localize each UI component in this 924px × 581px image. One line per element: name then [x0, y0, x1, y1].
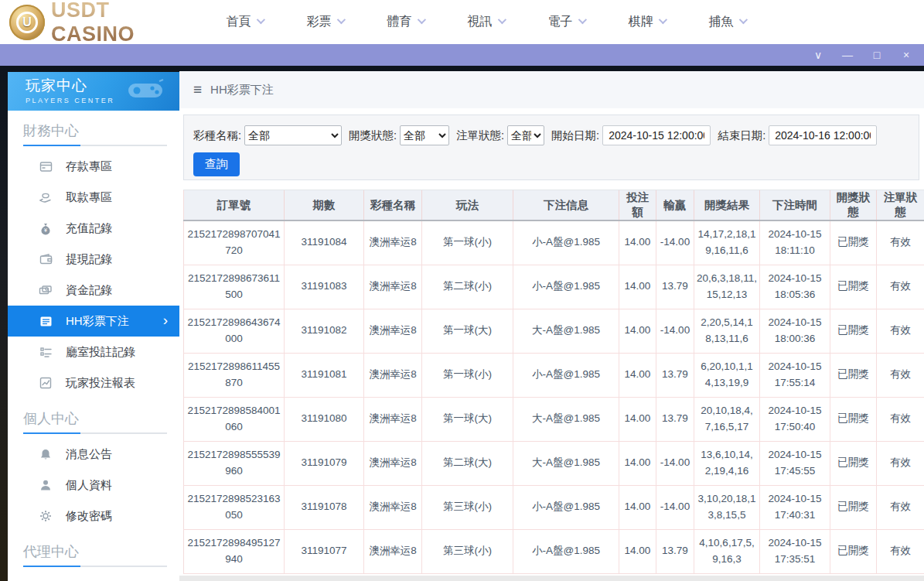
- cell-draw-status: 已開獎: [830, 353, 877, 397]
- cell-lottery-name: 澳洲幸运8: [364, 220, 422, 265]
- cell-period: 31191083: [285, 265, 364, 309]
- chevron-down-icon: [256, 15, 264, 24]
- start-date-input[interactable]: [602, 125, 711, 145]
- cell-play-type: 第一球(小): [422, 220, 513, 265]
- cell-period: 31191078: [285, 485, 364, 529]
- nav-item-1[interactable]: 彩票: [285, 14, 365, 30]
- sidebar-item-label: 個人資料: [66, 478, 112, 493]
- sidebar-item-label: 資金記錄: [66, 283, 112, 298]
- nav-item-6[interactable]: 捕魚: [687, 14, 767, 30]
- sidebar-item-agent-level[interactable]: 代理級別說明: [8, 572, 179, 581]
- cell-order-no: 2152172898495127940: [184, 529, 285, 573]
- maximize-icon[interactable]: □: [871, 50, 882, 60]
- nav-item-0[interactable]: 首頁: [204, 14, 285, 30]
- nav-item-2[interactable]: 體育: [365, 14, 445, 30]
- column-header-1: 期數: [285, 190, 364, 221]
- cell-bet-amount: 14.00: [619, 485, 656, 529]
- nav-item-4[interactable]: 電子: [526, 14, 606, 30]
- cell-lottery-name: 澳洲幸运8: [364, 353, 422, 397]
- query-button[interactable]: 查詢: [193, 152, 240, 176]
- sidebar-item-profile[interactable]: 個人資料: [8, 470, 179, 501]
- horizontal-scrollbar[interactable]: [179, 576, 924, 581]
- cell-play-type: 第三球(小): [422, 485, 513, 529]
- minimize-icon[interactable]: —: [842, 50, 853, 60]
- cell-period: 31191081: [285, 353, 364, 397]
- cell-bet-info: 大-A盤@1.985: [513, 397, 619, 441]
- cell-bet-amount: 14.00: [619, 529, 656, 573]
- cell-draw-status: 已開獎: [830, 397, 877, 441]
- cell-win-loss: 13.79: [656, 529, 694, 573]
- cell-draw-status: 已開獎: [830, 220, 877, 265]
- cell-order-status: 有效: [877, 485, 924, 529]
- sidebar-item-funds-record[interactable]: 資金記錄: [8, 275, 179, 306]
- close-icon[interactable]: ×: [901, 50, 912, 60]
- lottery-name-select[interactable]: 全部: [244, 125, 342, 145]
- cell-bet-time: 2024-10-15 17:55:14: [760, 353, 830, 397]
- chevron-down-icon: [738, 15, 747, 24]
- top-nav: 首頁彩票體育視訊電子棋牌捕魚: [204, 14, 767, 30]
- cell-lottery-name: 澳洲幸运8: [364, 529, 422, 573]
- cell-win-loss: 13.79: [656, 265, 694, 309]
- column-header-3: 玩法: [422, 190, 513, 221]
- sidebar-item-deposit[interactable]: 存款專區: [8, 151, 179, 182]
- nav-item-label: 體育: [387, 14, 412, 30]
- sidebar-item-lottery-bet[interactable]: HH彩票下注›: [8, 306, 179, 337]
- cell-bet-amount: 14.00: [619, 220, 656, 265]
- order-status-select[interactable]: 全部: [507, 125, 544, 145]
- cell-bet-time: 2024-10-15 18:05:36: [760, 265, 830, 309]
- sidebar-item-password[interactable]: 修改密碼: [8, 501, 179, 531]
- casino-logo-icon: U: [9, 5, 45, 40]
- brand-logo[interactable]: U USDT CASINO: [0, 0, 186, 46]
- cell-bet-time: 2024-10-15 17:50:40: [760, 397, 830, 441]
- cell-bet-amount: 14.00: [619, 441, 656, 485]
- withdrawal-record-icon: [39, 252, 53, 266]
- cell-period: 31191084: [285, 220, 364, 265]
- sidebar-item-room-bet-record[interactable]: 廳室投註記錄: [8, 337, 179, 367]
- bets-table-wrap: 訂單號期數彩種名稱玩法下注信息投注額輸贏開獎結果下注時間開獎狀態注單狀態 215…: [183, 190, 924, 574]
- end-date-input[interactable]: [769, 125, 877, 145]
- cell-lottery-name: 澳洲幸运8: [364, 309, 422, 353]
- cell-bet-time: 2024-10-15 18:11:10: [760, 220, 830, 265]
- section-underline: [23, 566, 167, 567]
- chevron-down-icon[interactable]: ∨: [813, 50, 823, 60]
- cell-order-status: 有效: [877, 265, 924, 309]
- cell-order-no: 2152172898584001060: [184, 397, 285, 441]
- sidebar-item-announcement[interactable]: 消息公告: [8, 439, 179, 470]
- sidebar-item-withdrawal-record[interactable]: 提現記錄: [8, 244, 179, 275]
- bets-table: 訂單號期數彩種名稱玩法下注信息投注額輸贏開獎結果下注時間開獎狀態注單狀態 215…: [183, 190, 924, 574]
- nav-item-5[interactable]: 棋牌: [606, 14, 687, 30]
- sidebar-item-label: 修改密碼: [66, 509, 112, 524]
- cell-order-status: 有效: [877, 220, 924, 265]
- cell-draw-status: 已開獎: [830, 485, 877, 529]
- column-header-7: 開獎結果: [694, 190, 760, 221]
- sidebar-item-label: 提現記錄: [66, 252, 112, 267]
- gamepad-icon: [125, 79, 165, 102]
- column-header-5: 投注額: [619, 190, 656, 221]
- cell-draw-status: 已開獎: [830, 309, 877, 353]
- cell-draw-status: 已開獎: [830, 529, 877, 573]
- cell-order-no: 2152172898555539960: [184, 441, 285, 485]
- nav-item-3[interactable]: 視訊: [445, 14, 526, 30]
- withdraw-icon: [39, 190, 53, 204]
- draw-status-select[interactable]: 全部: [400, 125, 449, 145]
- cell-bet-amount: 14.00: [619, 309, 656, 353]
- draw-status-label: 開獎狀態:: [349, 128, 397, 143]
- sidebar-item-recharge-record[interactable]: ¥充值記錄: [8, 213, 179, 244]
- sidebar-item-label: 玩家投注報表: [66, 376, 135, 391]
- sidebar-item-bet-report[interactable]: 玩家投注報表: [8, 367, 179, 398]
- table-row: 215217289870704172031191084澳洲幸运8第一球(小)小-…: [184, 220, 924, 265]
- cell-bet-time: 2024-10-15 17:35:51: [760, 529, 830, 573]
- sidebar-item-withdraw[interactable]: 取款專區: [8, 182, 179, 213]
- cell-play-type: 第二球(大): [422, 441, 513, 485]
- sidebar-item-label: 消息公告: [66, 447, 112, 462]
- brand-name: USDT CASINO: [51, 0, 186, 46]
- cell-play-type: 第二球(小): [422, 265, 513, 309]
- menu-toggle-icon[interactable]: ≡: [193, 81, 202, 98]
- cell-order-no: 2152172898673611500: [184, 265, 285, 309]
- chevron-down-icon: [497, 15, 506, 24]
- section-title-2: 代理中心: [8, 531, 179, 566]
- sidebar: 玩家中心 PLAYERS CENTER 財務中心存款專區取款專區¥充值記錄提現記…: [8, 72, 179, 581]
- svg-text:¥: ¥: [44, 227, 47, 233]
- cell-win-loss: -14.00: [656, 220, 694, 265]
- cell-draw-status: 已開獎: [830, 265, 877, 309]
